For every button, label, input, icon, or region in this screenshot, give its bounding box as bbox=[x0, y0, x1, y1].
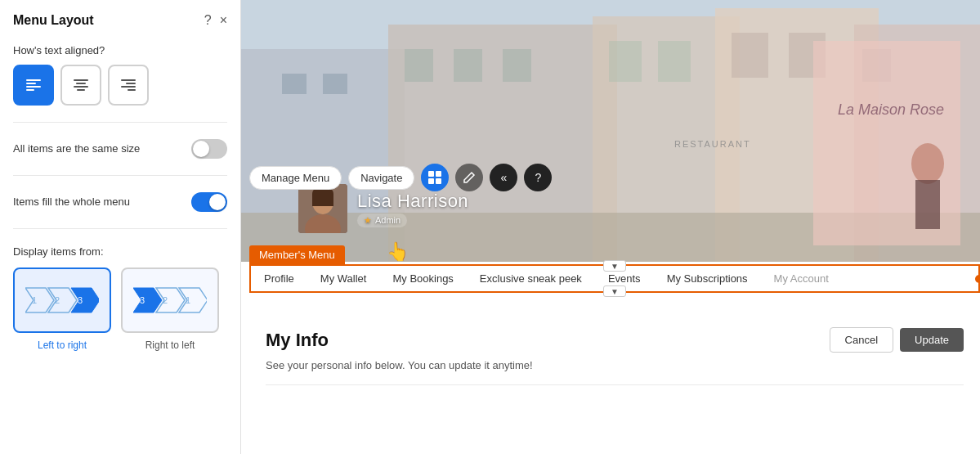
menu-nav-bar: ▼ Profile My Wallet My Bookings Exclusiv… bbox=[249, 264, 980, 293]
edit-icon-button[interactable] bbox=[455, 164, 483, 191]
ltr-label: Left to right bbox=[38, 339, 87, 351]
my-info-title: My Info bbox=[266, 330, 830, 351]
svg-marker-14 bbox=[48, 288, 77, 312]
same-size-track bbox=[191, 139, 227, 159]
content-divider bbox=[266, 384, 964, 385]
panel-header-icons: ? × bbox=[204, 13, 227, 28]
resize-dot[interactable] bbox=[975, 275, 980, 283]
align-left-button[interactable] bbox=[13, 65, 54, 106]
svg-rect-46 bbox=[428, 171, 434, 177]
close-icon[interactable]: × bbox=[220, 13, 227, 28]
same-size-label: All items are the same size bbox=[13, 142, 140, 156]
user-avatar bbox=[298, 184, 347, 233]
svg-marker-22 bbox=[179, 288, 207, 312]
align-right-button[interactable] bbox=[108, 65, 149, 106]
svg-rect-49 bbox=[436, 178, 441, 184]
svg-rect-30 bbox=[282, 74, 307, 94]
svg-rect-6 bbox=[74, 86, 88, 88]
svg-rect-11 bbox=[128, 89, 136, 91]
svg-rect-31 bbox=[323, 74, 347, 94]
user-badge-text: Admin bbox=[375, 215, 401, 225]
menu-item-events[interactable]: Events bbox=[608, 272, 641, 285]
panel-header: Menu Layout ? × bbox=[13, 13, 227, 28]
svg-rect-34 bbox=[503, 49, 531, 82]
navigate-button[interactable]: Navigate bbox=[348, 166, 414, 190]
svg-rect-54 bbox=[312, 194, 333, 206]
svg-rect-37 bbox=[732, 33, 768, 78]
svg-rect-7 bbox=[77, 89, 85, 91]
drag-handle-bottom[interactable]: ▼ bbox=[603, 285, 626, 297]
svg-text:2: 2 bbox=[163, 295, 168, 305]
display-items-section: Display items from: 1 2 3 bbox=[13, 245, 227, 351]
svg-marker-18 bbox=[133, 288, 162, 312]
rtl-option-box: 3 2 1 bbox=[121, 267, 219, 333]
ltr-option[interactable]: 1 2 3 Left to right bbox=[13, 267, 111, 351]
my-info-description: See your personal info below. You can up… bbox=[266, 359, 964, 371]
menu-item-my-bookings[interactable]: My Bookings bbox=[392, 272, 453, 285]
svg-point-43 bbox=[911, 143, 944, 184]
same-size-toggle[interactable] bbox=[191, 139, 227, 159]
fill-whole-thumb bbox=[209, 194, 226, 210]
menu-item-account[interactable]: My Account bbox=[774, 272, 829, 285]
user-profile-area: Lisa Harrison ★ Admin bbox=[298, 184, 468, 233]
svg-rect-32 bbox=[405, 49, 433, 82]
svg-rect-36 bbox=[658, 41, 691, 82]
drag-handle-top[interactable]: ▼ bbox=[603, 260, 626, 272]
right-content-area: La Maison Rose RESTAURANT Manage Menu Na… bbox=[241, 0, 980, 454]
svg-rect-4 bbox=[74, 79, 88, 81]
rtl-option[interactable]: 3 2 1 Right to left bbox=[121, 267, 219, 351]
svg-rect-1 bbox=[26, 83, 36, 84]
svg-text:3: 3 bbox=[140, 295, 145, 305]
same-size-thumb bbox=[193, 141, 209, 157]
svg-rect-9 bbox=[126, 83, 136, 84]
layout-icon-button[interactable] bbox=[421, 164, 449, 191]
toolbar-area: Manage Menu Navigate « ? bbox=[249, 164, 552, 191]
fill-whole-toggle[interactable] bbox=[191, 192, 227, 212]
fill-whole-track bbox=[191, 192, 227, 212]
rtl-label: Right to left bbox=[145, 339, 195, 351]
display-options: 1 2 3 Left to right bbox=[13, 267, 227, 351]
text-align-options bbox=[13, 65, 227, 106]
menu-item-profile[interactable]: Profile bbox=[264, 272, 294, 285]
fill-whole-row: Items fill the whole menu bbox=[13, 192, 227, 212]
align-center-button[interactable] bbox=[60, 65, 101, 106]
divider-2 bbox=[13, 175, 227, 176]
svg-text:1: 1 bbox=[186, 295, 190, 305]
user-name: Lisa Harrison bbox=[357, 191, 468, 212]
bottom-content-area: My Info Cancel Update See your personal … bbox=[249, 311, 980, 402]
ltr-option-box: 1 2 3 bbox=[13, 267, 111, 333]
menu-item-subscriptions[interactable]: My Subscriptions bbox=[667, 272, 748, 285]
help-icon[interactable]: ? bbox=[204, 13, 212, 28]
svg-rect-33 bbox=[454, 49, 482, 82]
svg-rect-2 bbox=[26, 86, 41, 88]
menu-item-my-wallet[interactable]: My Wallet bbox=[320, 272, 367, 285]
svg-rect-3 bbox=[26, 89, 34, 91]
members-menu-label: Member's Menu bbox=[249, 245, 345, 264]
svg-rect-8 bbox=[121, 79, 136, 81]
same-size-row: All items are the same size bbox=[13, 139, 227, 159]
svg-text:3: 3 bbox=[78, 295, 83, 305]
text-align-section: How's text aligned? bbox=[13, 44, 227, 106]
svg-rect-10 bbox=[121, 86, 136, 88]
panel-title: Menu Layout bbox=[13, 13, 94, 28]
double-arrow-icon-button[interactable]: « bbox=[490, 164, 517, 191]
svg-text:1: 1 bbox=[32, 295, 37, 305]
menu-layout-panel: Menu Layout ? × How's text aligned? bbox=[0, 0, 241, 454]
display-items-label: Display items from: bbox=[13, 245, 227, 258]
svg-text:La Maison Rose: La Maison Rose bbox=[838, 101, 944, 118]
svg-text:2: 2 bbox=[55, 295, 60, 305]
help-circle-icon-button[interactable]: ? bbox=[524, 164, 552, 191]
my-info-header: My Info Cancel Update bbox=[266, 327, 964, 353]
svg-marker-12 bbox=[25, 288, 54, 312]
svg-rect-35 bbox=[609, 41, 642, 82]
menu-item-exclusive[interactable]: Exclusive sneak peek bbox=[480, 272, 582, 285]
manage-menu-button[interactable]: Manage Menu bbox=[249, 166, 342, 190]
svg-text:RESTAURANT: RESTAURANT bbox=[674, 139, 751, 149]
svg-rect-44 bbox=[915, 180, 940, 229]
svg-marker-16 bbox=[71, 288, 99, 312]
text-align-label: How's text aligned? bbox=[13, 44, 227, 56]
divider-3 bbox=[13, 228, 227, 229]
svg-rect-48 bbox=[428, 178, 434, 184]
update-button[interactable]: Update bbox=[900, 328, 964, 352]
cancel-button[interactable]: Cancel bbox=[830, 327, 893, 353]
